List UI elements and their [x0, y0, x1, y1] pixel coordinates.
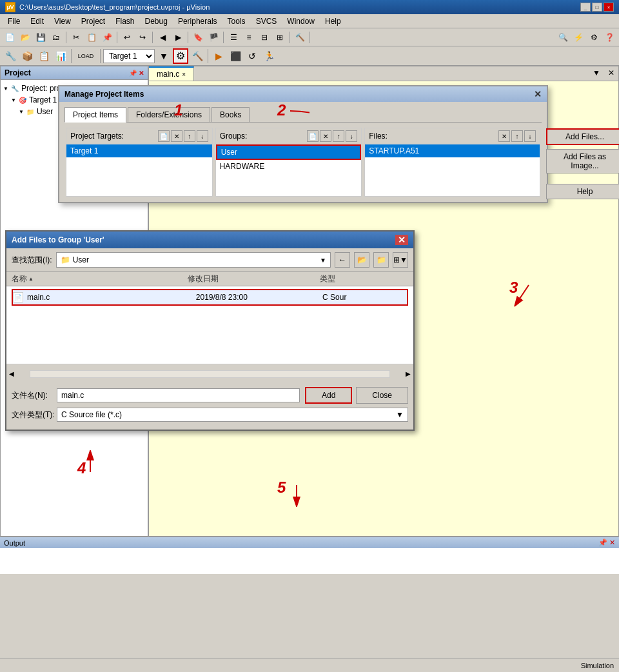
bottom-panel-close[interactable]: ✕: [609, 539, 615, 546]
targets-down-btn[interactable]: ↓: [197, 130, 208, 142]
file-row-mainc[interactable]: 📄 main.c 2019/8/8 23:00 C Sour: [12, 289, 408, 306]
minimize-button[interactable]: _: [580, 3, 591, 12]
filename-input[interactable]: [57, 388, 300, 402]
menu-help[interactable]: Help: [320, 15, 346, 27]
bottom-panel-pin[interactable]: 📌: [598, 539, 607, 546]
col-date-header[interactable]: 修改日期: [188, 273, 320, 284]
groups-up-btn[interactable]: ↑: [333, 130, 344, 142]
file-item-startup[interactable]: STARTUP.A51: [365, 144, 540, 157]
tb-undo[interactable]: ↩: [120, 30, 134, 44]
location-combo[interactable]: 📁 User ▼: [56, 252, 331, 268]
targets-col-header: Project Targets: 📄 ✕ ↑ ↓: [66, 128, 212, 144]
location-dropdown-arrow[interactable]: ▼: [320, 257, 326, 264]
tb2-btn4[interactable]: 📊: [53, 48, 68, 64]
tb-col-outdent[interactable]: ⊞: [273, 30, 287, 44]
tb2-manage-items[interactable]: ⚙: [173, 48, 188, 64]
targets-del-btn[interactable]: ✕: [171, 130, 182, 142]
tb2-btn-compile[interactable]: 🔨: [190, 48, 205, 64]
tb-search[interactable]: 🔍: [556, 30, 570, 44]
tb-nav-fwd[interactable]: ▶: [171, 30, 185, 44]
tb2-btn2[interactable]: 📦: [19, 48, 35, 64]
tb-save-all[interactable]: 🗂: [49, 30, 63, 44]
group-item-hardware[interactable]: HARDWARE: [216, 160, 362, 173]
menu-project[interactable]: Project: [76, 15, 110, 27]
files-del-btn[interactable]: ✕: [498, 130, 510, 142]
tb2-btn3[interactable]: 📋: [36, 48, 52, 64]
menu-debug[interactable]: Debug: [140, 15, 173, 27]
tb-redo[interactable]: ↪: [135, 30, 150, 44]
tb-indent[interactable]: ☰: [226, 30, 241, 44]
col-name-header[interactable]: 名称 ▲: [12, 273, 188, 284]
nav-up-button[interactable]: 📂: [354, 252, 369, 268]
close-button[interactable]: Close: [356, 387, 408, 404]
manage-dialog-close-button[interactable]: ✕: [534, 89, 542, 99]
editor-close-button[interactable]: ✕: [604, 66, 618, 81]
files-down-btn[interactable]: ↓: [524, 130, 536, 142]
menu-window[interactable]: Window: [282, 15, 320, 27]
maximize-button[interactable]: □: [592, 3, 602, 12]
tb-bookmark2[interactable]: 🏴: [206, 30, 221, 44]
tab-close-button[interactable]: ×: [182, 71, 186, 78]
menu-peripherals[interactable]: Peripherals: [173, 15, 222, 27]
scroll-track[interactable]: [30, 370, 390, 378]
filetype-dropdown[interactable]: C Source file (*.c) ▼: [57, 408, 408, 422]
tb-build[interactable]: 🔨: [293, 30, 307, 44]
scroll-right-arrow[interactable]: ▶: [403, 370, 413, 377]
menu-view[interactable]: View: [49, 15, 76, 27]
tb-nav-back[interactable]: ◀: [155, 30, 170, 44]
menu-flash[interactable]: Flash: [110, 15, 139, 27]
tab-dropdown-button[interactable]: ▼: [589, 66, 604, 81]
menu-svcs[interactable]: SVCS: [251, 15, 282, 27]
tab-folders-extensions[interactable]: Folders/Extensions: [128, 107, 210, 122]
editor-tab-mainc[interactable]: main.c ×: [149, 66, 194, 81]
add-files-button[interactable]: Add Files...: [546, 128, 619, 145]
tb2-target-settings[interactable]: ▼: [156, 48, 172, 64]
groups-del-btn[interactable]: ✕: [320, 130, 331, 142]
tb-open[interactable]: 📂: [18, 30, 32, 44]
tb2-debug-start[interactable]: ▶: [211, 48, 226, 64]
target-selector[interactable]: Target 1: [103, 49, 155, 63]
add-files-as-image-button[interactable]: Add Files as Image...: [546, 149, 619, 173]
menu-file[interactable]: File: [3, 15, 25, 27]
help-button[interactable]: Help: [546, 184, 619, 199]
scroll-left-arrow[interactable]: ◀: [6, 370, 17, 377]
tb2-debug-stop[interactable]: ⬛: [228, 48, 243, 64]
window-controls[interactable]: _ □ ×: [580, 3, 614, 12]
tb2-load[interactable]: LOAD: [74, 48, 97, 64]
targets-up-btn[interactable]: ↑: [184, 130, 195, 142]
tb-outdent[interactable]: ≡: [242, 30, 256, 44]
groups-add-btn[interactable]: 📄: [307, 130, 319, 142]
add-button[interactable]: Add: [305, 387, 352, 404]
tb-col-indent[interactable]: ⊟: [257, 30, 271, 44]
tb-new[interactable]: 📄: [3, 30, 17, 44]
group-item-user[interactable]: User: [216, 144, 362, 160]
nav-new-folder-button[interactable]: 📁: [373, 252, 389, 268]
files-up-btn[interactable]: ↑: [511, 130, 523, 142]
tb-flash[interactable]: ⚡: [571, 30, 585, 44]
close-window-button[interactable]: ×: [604, 3, 614, 12]
nav-back-button[interactable]: ←: [335, 252, 350, 268]
panel-pin-button[interactable]: 📌: [129, 70, 137, 77]
tb2-debug-reset[interactable]: ↺: [244, 48, 260, 64]
tb-paste[interactable]: 📌: [100, 30, 114, 44]
tb2-btn1[interactable]: 🔧: [3, 48, 18, 64]
tab-project-items[interactable]: Project Items: [64, 107, 126, 123]
groups-down-btn[interactable]: ↓: [346, 130, 357, 142]
tab-books[interactable]: Books: [211, 107, 250, 122]
tb-help2[interactable]: ❓: [602, 30, 616, 44]
add-files-close-button[interactable]: ✕: [395, 235, 408, 245]
tb2-debug-run[interactable]: 🏃: [261, 48, 277, 64]
menu-edit[interactable]: Edit: [25, 15, 49, 27]
tb-cut[interactable]: ✂: [69, 30, 83, 44]
menu-tools[interactable]: Tools: [222, 15, 251, 27]
tb-settings[interactable]: ⚙: [587, 30, 601, 44]
horizontal-scrollbar[interactable]: ◀ ▶: [6, 364, 413, 383]
tb-bookmark1[interactable]: 🔖: [191, 30, 205, 44]
tb-copy[interactable]: 📋: [84, 30, 99, 44]
view-toggle-button[interactable]: ⊞▼: [393, 252, 408, 268]
targets-add-btn[interactable]: 📄: [158, 130, 170, 142]
target-item-1[interactable]: Target 1: [66, 144, 212, 157]
col-type-header[interactable]: 类型: [320, 273, 408, 284]
tb-save[interactable]: 💾: [34, 30, 48, 44]
panel-close-button[interactable]: ✕: [139, 70, 144, 77]
